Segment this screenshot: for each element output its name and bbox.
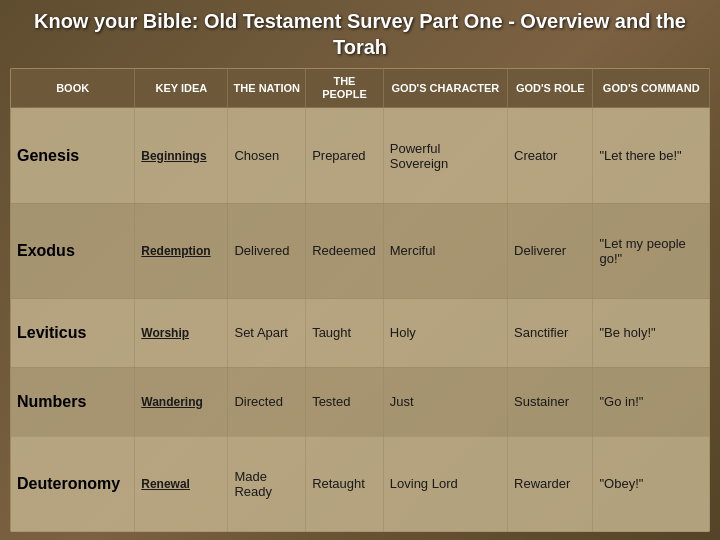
cell-people: Tested: [306, 367, 384, 436]
header-the-people: THE PEOPLE: [306, 69, 384, 108]
header-key-idea: KEY IDEA: [135, 69, 228, 108]
cell-book: Deuteronomy: [11, 436, 135, 531]
cell-key-idea: Renewal: [135, 436, 228, 531]
cell-key-idea: Redemption: [135, 203, 228, 298]
title-line1: Know your Bible: Old Testament Survey Pa…: [10, 8, 710, 34]
cell-book: Numbers: [11, 367, 135, 436]
table-row: NumbersWanderingDirectedTestedJustSustai…: [11, 367, 710, 436]
cell-people: Redeemed: [306, 203, 384, 298]
cell-people: Retaught: [306, 436, 384, 531]
cell-book: Genesis: [11, 108, 135, 203]
cell-character: Loving Lord: [383, 436, 507, 531]
cell-command: "Go in!": [593, 367, 710, 436]
page-content: Know your Bible: Old Testament Survey Pa…: [0, 0, 720, 540]
cell-character: Just: [383, 367, 507, 436]
table-header-row: BOOK KEY IDEA THE NATION THE PEOPLE GOD'…: [11, 69, 710, 108]
cell-command: "Let my people go!": [593, 203, 710, 298]
cell-nation: Chosen: [228, 108, 306, 203]
title-line2: Torah: [10, 34, 710, 60]
cell-role: Creator: [508, 108, 593, 203]
cell-book: Leviticus: [11, 299, 135, 368]
cell-nation: Delivered: [228, 203, 306, 298]
cell-role: Rewarder: [508, 436, 593, 531]
cell-nation: Set Apart: [228, 299, 306, 368]
header-gods-command: GOD'S COMMAND: [593, 69, 710, 108]
header-book: BOOK: [11, 69, 135, 108]
table-row: LeviticusWorshipSet ApartTaughtHolySanct…: [11, 299, 710, 368]
cell-command: "Let there be!": [593, 108, 710, 203]
header-the-nation: THE NATION: [228, 69, 306, 108]
cell-role: Sanctifier: [508, 299, 593, 368]
cell-key-idea: Beginnings: [135, 108, 228, 203]
cell-character: Holy: [383, 299, 507, 368]
cell-role: Sustainer: [508, 367, 593, 436]
table-row: DeuteronomyRenewalMade ReadyRetaughtLovi…: [11, 436, 710, 531]
bible-table: BOOK KEY IDEA THE NATION THE PEOPLE GOD'…: [10, 68, 710, 532]
cell-nation: Directed: [228, 367, 306, 436]
cell-people: Taught: [306, 299, 384, 368]
cell-command: "Obey!": [593, 436, 710, 531]
cell-key-idea: Worship: [135, 299, 228, 368]
header-gods-character: GOD'S CHARACTER: [383, 69, 507, 108]
page-title: Know your Bible: Old Testament Survey Pa…: [10, 8, 710, 60]
cell-book: Exodus: [11, 203, 135, 298]
table-row: ExodusRedemptionDeliveredRedeemedMercifu…: [11, 203, 710, 298]
header-gods-role: GOD'S ROLE: [508, 69, 593, 108]
cell-nation: Made Ready: [228, 436, 306, 531]
cell-character: Merciful: [383, 203, 507, 298]
table-wrapper: BOOK KEY IDEA THE NATION THE PEOPLE GOD'…: [10, 68, 710, 532]
cell-command: "Be holy!": [593, 299, 710, 368]
table-row: GenesisBeginningsChosenPreparedPowerful …: [11, 108, 710, 203]
cell-people: Prepared: [306, 108, 384, 203]
cell-character: Powerful Sovereign: [383, 108, 507, 203]
cell-key-idea: Wandering: [135, 367, 228, 436]
cell-role: Deliverer: [508, 203, 593, 298]
